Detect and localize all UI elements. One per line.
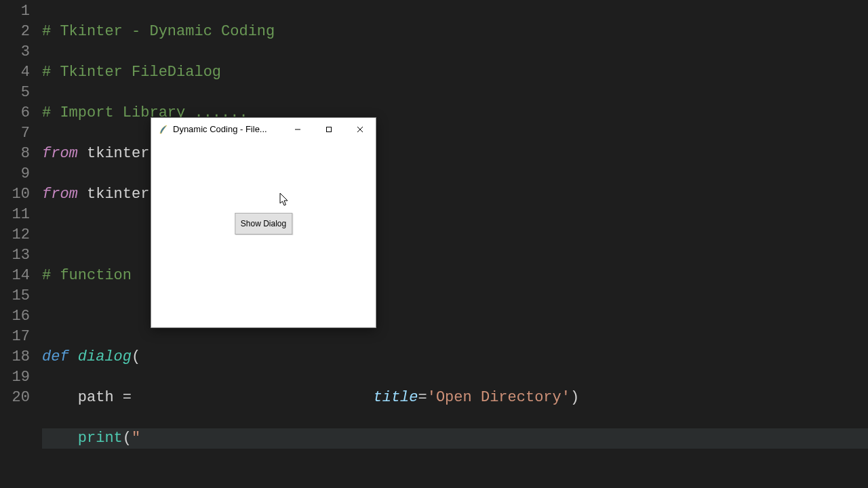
line-number: 16 xyxy=(0,306,30,327)
code-keyword: from xyxy=(42,145,87,162)
line-number: 11 xyxy=(0,205,30,225)
code-keyword: from xyxy=(42,186,87,203)
tk-feather-icon xyxy=(158,124,169,135)
window-controls xyxy=(282,118,376,140)
line-number: 13 xyxy=(0,245,30,266)
line-number: 3 xyxy=(0,42,30,62)
line-number: 14 xyxy=(0,266,30,286)
window-title: Dynamic Coding - File... xyxy=(173,124,282,134)
titlebar[interactable]: Dynamic Coding - File... xyxy=(151,118,376,140)
minimize-button[interactable] xyxy=(282,118,313,140)
line-number: 12 xyxy=(0,225,30,245)
close-button[interactable] xyxy=(344,118,376,140)
line-number: 17 xyxy=(0,327,30,347)
code-editor: 1 2 3 4 5 6 7 8 9 10 11 12 13 14 15 16 1… xyxy=(0,0,868,488)
line-number: 15 xyxy=(0,286,30,306)
line-number: 8 xyxy=(0,144,30,164)
code-comment: # function xyxy=(42,267,132,284)
code-keyword: def xyxy=(42,348,78,365)
code-comment: # Tkinter FileDialog xyxy=(42,64,221,81)
window-body: Show Dialog xyxy=(151,140,376,327)
line-number: 7 xyxy=(0,123,30,144)
line-number: 20 xyxy=(0,388,30,408)
line-number: 10 xyxy=(0,184,30,205)
line-number: 2 xyxy=(0,22,30,42)
cursor-icon xyxy=(279,192,290,207)
show-dialog-button[interactable]: Show Dialog xyxy=(235,213,292,235)
line-number-gutter: 1 2 3 4 5 6 7 8 9 10 11 12 13 14 15 16 1… xyxy=(0,0,42,488)
svg-rect-1 xyxy=(327,127,332,131)
maximize-button[interactable] xyxy=(313,118,344,140)
line-number: 9 xyxy=(0,164,30,184)
line-number: 19 xyxy=(0,367,30,388)
tk-app-window[interactable]: Dynamic Coding - File... Show Dialog xyxy=(151,117,376,328)
line-number: 6 xyxy=(0,103,30,123)
line-number: 18 xyxy=(0,347,30,367)
line-number: 1 xyxy=(0,1,30,22)
line-number: 4 xyxy=(0,62,30,83)
code-comment: # Tkinter - Dynamic Coding xyxy=(42,23,275,40)
line-number: 5 xyxy=(0,83,30,103)
